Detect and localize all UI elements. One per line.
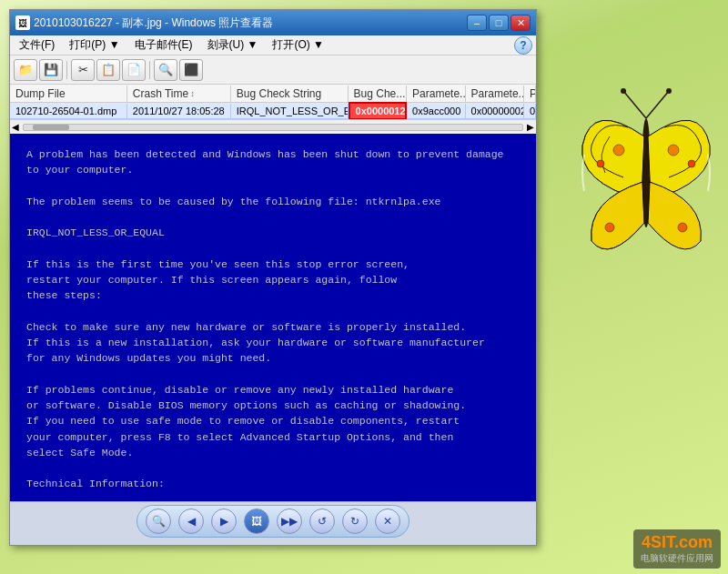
bsod-line7 (26, 241, 520, 257)
td-bug-check: 0x00000124 (349, 102, 408, 120)
svg-line-1 (623, 91, 646, 118)
title-bar: 🖼 2010103016227 - 副本.jpg - Windows 照片查看器… (10, 10, 536, 35)
title-bar-buttons: – □ ✕ (467, 15, 531, 31)
svg-point-8 (688, 160, 695, 167)
maximize-button[interactable]: □ (489, 15, 509, 31)
bsod-line11 (26, 304, 520, 319)
bsod-line16: If problems continue, disable or remove … (26, 382, 520, 398)
watermark-subtitle: 电脑软硬件应用网 (641, 552, 713, 565)
th-param2[interactable]: Paramete... (466, 86, 524, 102)
watermark: 4SIT.com 电脑软硬件应用网 (633, 529, 721, 569)
navigation-bar: 🔍 ◀ ▶ 🖼 ▶▶ ↺ ↻ ✕ (136, 505, 410, 538)
menu-burn[interactable]: 刻录(U) ▼ (202, 35, 264, 55)
bsod-line3 (26, 178, 520, 194)
bsod-line1: A problem has been detected and Windows … (26, 146, 520, 162)
toolbar-btn-5[interactable]: 📄 (122, 59, 146, 81)
toolbar-btn-6[interactable]: 🔍 (154, 59, 177, 81)
table-area: Dump File Crash Time ↕ Bug Check String … (10, 85, 536, 501)
td-param2: 0x00000002 (466, 104, 524, 118)
th-dump-file[interactable]: Dump File (10, 86, 127, 102)
svg-point-7 (668, 145, 679, 156)
scroll-track[interactable] (23, 124, 523, 131)
close-button[interactable]: ✕ (511, 15, 531, 31)
bsod-line15 (26, 367, 520, 382)
td-crash-time: 2011/10/27 18:05:28 (127, 104, 231, 118)
svg-point-6 (597, 160, 604, 167)
bsod-line12: Check to make sure any new hardware or s… (26, 319, 520, 335)
play-btn[interactable]: ▶ (211, 509, 237, 534)
bsod-line9: restart your computer. If this screen ap… (26, 272, 520, 287)
butterfly-decoration (573, 73, 719, 273)
search-nav-btn[interactable]: 🔍 (146, 509, 171, 534)
bsod-line23 (26, 492, 520, 502)
menu-file[interactable]: 文件(F) (14, 35, 60, 55)
th-bug-check[interactable]: Bug Che... (349, 86, 407, 102)
td-param1: 0x9acc000 (407, 104, 465, 118)
window-icon: 🖼 (15, 15, 30, 30)
photo-viewer-btn[interactable]: 🖼 (244, 509, 269, 534)
td-bug-check-string: IRQL_NOT_LESS_OR_EQUAL (231, 104, 349, 118)
bsod-line17: or software. Disable BIOS memory options… (26, 398, 520, 413)
table-header: Dump File Crash Time ↕ Bug Check String … (10, 85, 536, 103)
th-crash-time[interactable]: Crash Time ↕ (127, 86, 231, 102)
svg-point-4 (666, 88, 672, 94)
toolbar-btn-2[interactable]: 💾 (39, 59, 63, 81)
next-btn[interactable]: ▶▶ (277, 509, 302, 534)
bsod-line6: IRQL_NOT_LESS_OR_EQUAL (26, 225, 520, 240)
help-button[interactable]: ? (514, 36, 532, 55)
desktop: 🖼 2010103016227 - 副本.jpg - Windows 照片查看器… (0, 0, 728, 574)
th-param1[interactable]: Paramete... (407, 86, 465, 102)
bsod-line13: If this is a new installation, ask your … (26, 335, 520, 350)
minimize-button[interactable]: – (467, 15, 487, 31)
svg-point-9 (605, 223, 614, 232)
toolbar-separator-1 (66, 61, 67, 79)
td-dump-file: 102710-26504-01.dmp (10, 104, 127, 118)
rotate-left-btn[interactable]: ↺ (309, 509, 335, 534)
watermark-box: 4SIT.com 电脑软硬件应用网 (633, 529, 721, 569)
bsod-line5 (26, 209, 520, 225)
bsod-content: A problem has been detected and Windows … (10, 134, 536, 501)
scroll-left-arrow[interactable]: ◀ (12, 122, 19, 132)
toolbar: 📁 💾 ✂ 📋 📄 🔍 ⬛ (10, 55, 536, 85)
main-window: 🖼 2010103016227 - 副本.jpg - Windows 照片查看器… (9, 9, 537, 546)
svg-line-2 (646, 91, 669, 118)
toolbar-separator-2 (149, 61, 150, 79)
menu-open[interactable]: 打开(O) ▼ (267, 35, 329, 55)
bsod-line10: these steps: (26, 287, 520, 303)
bsod-line22: Technical Information: (26, 476, 520, 491)
bsod-line19: your computer, press F8 to select Advanc… (26, 429, 520, 445)
menu-email[interactable]: 电子邮件(E) (129, 35, 198, 55)
prev-btn[interactable]: ◀ (178, 509, 204, 534)
window-title: 2010103016227 - 副本.jpg - Windows 照片查看器 (34, 15, 467, 31)
bsod-line21 (26, 460, 520, 476)
table-row[interactable]: 102710-26504-01.dmp 2011/10/27 18:05:28 … (10, 103, 536, 119)
th-bug-check-string[interactable]: Bug Check String (231, 86, 349, 102)
toolbar-btn-3[interactable]: ✂ (71, 59, 95, 81)
menu-print[interactable]: 打印(P) ▼ (64, 35, 125, 55)
horizontal-scrollbar[interactable]: ◀ ▶ (10, 119, 536, 134)
scroll-thumb[interactable] (33, 125, 69, 130)
svg-point-5 (613, 145, 624, 156)
watermark-site: 4SIT.com (641, 533, 713, 552)
scroll-right-arrow[interactable]: ▶ (527, 122, 534, 132)
td-param3: 0x00000000 (524, 104, 536, 118)
delete-btn[interactable]: ✕ (375, 509, 400, 534)
bsod-line4: The problem seems to be caused by the fo… (26, 194, 520, 209)
svg-point-3 (621, 88, 626, 94)
svg-point-10 (678, 223, 687, 232)
bsod-line14: for any Windows updates you might need. (26, 350, 520, 366)
bsod-line18: If you need to use safe mode to remove o… (26, 413, 520, 428)
toolbar-btn-4[interactable]: 📋 (96, 59, 120, 81)
th-param3[interactable]: Paramete... (524, 86, 536, 102)
rotate-right-btn[interactable]: ↻ (342, 509, 368, 534)
bsod-line20: select Safe Mode. (26, 445, 520, 460)
toolbar-btn-1[interactable]: 📁 (14, 59, 37, 81)
toolbar-btn-7[interactable]: ⬛ (179, 59, 203, 81)
bsod-line8: If this is the first time you've seen th… (26, 257, 520, 272)
bsod-line2: to your computer. (26, 162, 520, 177)
bottom-nav-container: 🔍 ◀ ▶ 🖼 ▶▶ ↺ ↻ ✕ (10, 501, 536, 545)
menu-bar: 文件(F) 打印(P) ▼ 电子邮件(E) 刻录(U) ▼ 打开(O) ▼ ? (10, 35, 536, 55)
